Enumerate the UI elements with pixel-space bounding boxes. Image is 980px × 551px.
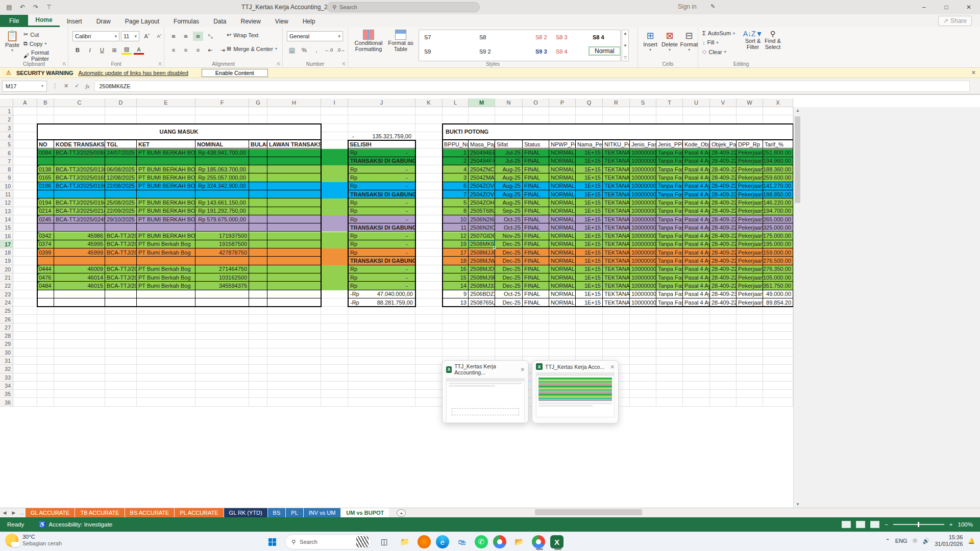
cell-I8[interactable] <box>321 165 348 173</box>
cell-D17[interactable]: BCA-TTJ/202 <box>105 240 137 248</box>
formula-input[interactable]: 2508MK6ZE <box>94 81 970 92</box>
cell-C22[interactable]: 46015 <box>54 282 105 290</box>
cell-T13[interactable]: Tanpa Fas <box>656 207 683 215</box>
sheet-tab-um-vs-bupot[interactable]: UM vs BUPOT <box>341 508 389 517</box>
cell-style-s7[interactable]: S7 <box>424 34 431 40</box>
cell-O6[interactable]: FINAL <box>523 149 549 157</box>
cell-N10[interactable]: Aug-25 <box>495 182 523 190</box>
cell-I6[interactable] <box>321 149 348 157</box>
cell-F8[interactable]: Rp 185.063.700,00 <box>195 165 249 173</box>
row-header-34[interactable]: 34 <box>0 382 13 390</box>
row-header-26[interactable]: 26 <box>0 315 13 323</box>
cell-P18[interactable]: NORMAL <box>549 248 576 257</box>
cell-L21[interactable]: 15 <box>443 273 469 282</box>
cell-S15[interactable]: 100000000 <box>630 223 656 232</box>
sheet-tab-pl-accurate[interactable]: PL ACCURATE <box>175 508 223 517</box>
cell-X7[interactable]: 194.960.00 <box>763 157 793 165</box>
align-top-icon[interactable]: ≋ <box>168 32 179 41</box>
cell-V9[interactable]: 28-409-22 <box>710 173 737 182</box>
tray-chevron-icon[interactable]: ⌃ <box>886 538 890 544</box>
cell-B24[interactable] <box>37 298 54 307</box>
cell-W6[interactable]: Pekerjaan <box>737 149 763 157</box>
cell-D8[interactable]: 06/08/2025 <box>105 165 137 173</box>
cell-V23[interactable]: 28-409-23 <box>710 290 737 298</box>
cell-I11[interactable] <box>321 190 348 198</box>
cell-P17[interactable]: NORMAL <box>549 240 576 248</box>
cell-T21[interactable]: Tanpa Fas <box>656 273 683 282</box>
cell-L20[interactable]: 16 <box>443 265 469 273</box>
cell-G19[interactable] <box>249 257 267 265</box>
cell-H23[interactable] <box>267 290 321 298</box>
cell-R23[interactable]: TEKTANA <box>603 290 630 298</box>
cell-B5[interactable]: NO <box>37 140 54 148</box>
whatsapp-icon[interactable]: ✆ <box>475 535 488 548</box>
column-header-Q[interactable]: Q <box>576 98 603 107</box>
cell-X21[interactable]: 105.000.00 <box>763 273 793 282</box>
gallery-up-icon[interactable]: ▲ <box>623 31 627 36</box>
cell-H13[interactable] <box>267 207 321 215</box>
cell-M13[interactable]: 2505T68U2 <box>469 207 495 215</box>
row-header-4[interactable]: 4 <box>0 132 13 140</box>
cell-V15[interactable]: 28-409-22 <box>710 223 737 232</box>
cell-I16[interactable] <box>321 232 348 240</box>
cell-P24[interactable]: NORMAL <box>549 298 576 307</box>
cell-V7[interactable]: 28-409-22 <box>710 157 737 165</box>
decrease-decimal-icon[interactable]: .0→ <box>336 45 346 55</box>
cell-B18[interactable]: 0399 <box>37 248 54 257</box>
cell-P7[interactable]: NORMAL <box>549 157 576 165</box>
decrease-indent-icon[interactable]: ⇤ <box>205 45 215 55</box>
cell-O18[interactable]: FINAL <box>523 248 549 257</box>
cell-Q18[interactable]: 1E+15 <box>576 248 603 257</box>
gallery-down-icon[interactable]: ▼ <box>623 43 627 48</box>
security-bar-close-icon[interactable]: ✕ <box>971 69 976 76</box>
cell-N20[interactable]: Dec-25 <box>495 265 523 273</box>
cell-J22[interactable]: Rp- <box>348 282 415 290</box>
row-header-24[interactable]: 24 <box>0 298 13 307</box>
cell-G11[interactable] <box>249 190 267 198</box>
cell-W19[interactable]: Pekerjaan <box>737 257 763 265</box>
clipboard-dialog-launcher[interactable]: ⇱ <box>62 62 66 67</box>
cell-S12[interactable]: 100000000 <box>630 198 656 207</box>
maximize-button[interactable]: □ <box>935 0 958 14</box>
fill-button[interactable]: ↓Fill▾ <box>702 39 719 45</box>
cell-D11[interactable] <box>105 190 137 198</box>
cell-I10[interactable] <box>321 182 348 190</box>
cell-L15[interactable]: 11 <box>443 223 469 232</box>
column-header-H[interactable]: H <box>267 98 321 107</box>
sheet-nav-left-icon[interactable]: ◀ <box>0 508 9 517</box>
cell-style-s9[interactable]: S9 <box>424 48 431 55</box>
gallery-more-icon[interactable]: ▽ <box>624 55 627 60</box>
wrap-text-button[interactable]: ↩Wrap Text <box>227 32 258 38</box>
cell-B21[interactable]: 0476 <box>37 273 54 282</box>
percent-style-icon[interactable]: % <box>299 45 309 55</box>
cell-P22[interactable]: NORMAL <box>549 282 576 290</box>
cell-V11[interactable]: 28-409-22 <box>710 190 737 198</box>
row-header-33[interactable]: 33 <box>0 373 13 382</box>
cell-R19[interactable]: TEKTANA <box>603 257 630 265</box>
cell-N21[interactable]: Dec-25 <box>495 273 523 282</box>
cell-E12[interactable]: PT BUMI BERKAH BOG <box>137 198 195 207</box>
cell-E10[interactable]: PT BUMI BERKAH BOG <box>137 182 195 190</box>
cell-H14[interactable] <box>267 215 321 223</box>
cell-X17[interactable]: 195.000.00 <box>763 240 793 248</box>
row-header-1[interactable]: 1 <box>0 107 13 115</box>
row-header-5[interactable]: 5 <box>0 140 13 148</box>
cell-E20[interactable]: PT Bumi Berkah Bog <box>137 265 195 273</box>
cell-J23[interactable]: -Rp47.040.000,00 <box>348 290 415 298</box>
cell-F23[interactable] <box>195 290 249 298</box>
column-header-P[interactable]: P <box>549 98 576 107</box>
edge-icon[interactable]: e <box>436 535 449 548</box>
cell-I7[interactable] <box>321 157 348 165</box>
column-header-R[interactable]: R <box>603 98 630 107</box>
cell-D9[interactable]: 12/08/2025 <box>105 173 137 182</box>
ribbon-tab-home[interactable]: Home <box>28 14 59 27</box>
cell-P23[interactable]: NORMAL <box>549 290 576 298</box>
italic-button[interactable]: I <box>85 45 95 55</box>
cell-B10[interactable]: 0186 <box>37 182 54 190</box>
new-sheet-button[interactable]: + <box>397 509 406 517</box>
clear-button[interactable]: ◇Clear▾ <box>702 48 726 55</box>
cell-style-s8-3[interactable]: S8 3 <box>556 34 568 40</box>
row-header-17[interactable]: 17 <box>0 240 13 248</box>
cell-G12[interactable] <box>249 198 267 207</box>
row-header-3[interactable]: 3 <box>0 124 13 132</box>
